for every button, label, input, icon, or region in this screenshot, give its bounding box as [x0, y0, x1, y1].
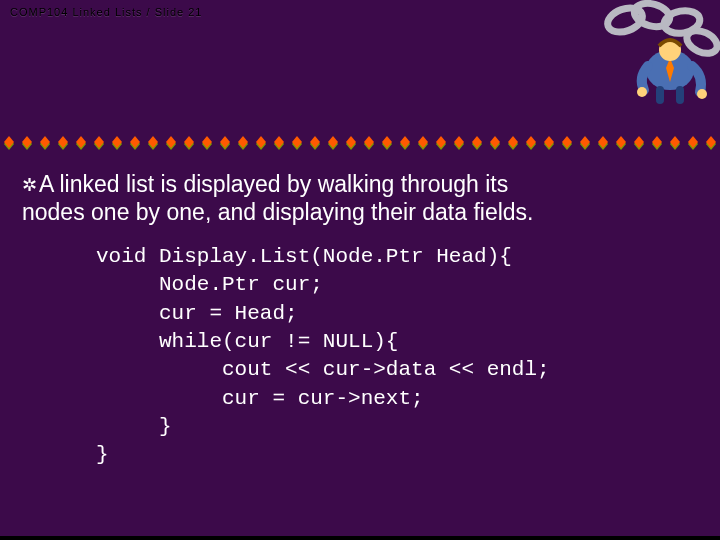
divider-diamond-icon: [418, 136, 428, 142]
body-line-2: nodes one by one, and displaying their d…: [22, 199, 533, 225]
divider-diamond-icon: [22, 136, 32, 142]
divider-diamond-icon: [238, 136, 248, 142]
code-line: cur = Head;: [96, 302, 298, 325]
body-line-1: A linked list is displayed by walking th…: [39, 171, 508, 197]
divider-diamond-icon: [184, 136, 194, 142]
divider-diamond-icon: [292, 136, 302, 142]
divider-diamond-icon: [346, 136, 356, 142]
svg-point-7: [637, 87, 647, 97]
divider-diamond-icon: [58, 136, 68, 142]
decorative-divider: [4, 130, 716, 150]
svg-rect-10: [676, 86, 684, 104]
divider-diamond-icon: [580, 136, 590, 142]
divider-diamond-icon: [94, 136, 104, 142]
svg-point-8: [697, 89, 707, 99]
divider-diamond-icon: [112, 136, 122, 142]
code-line: }: [96, 415, 172, 438]
divider-diamond-icon: [652, 136, 662, 142]
divider-diamond-icon: [310, 136, 320, 142]
code-block: void Display.List(Node.Ptr Head){ Node.P…: [96, 243, 550, 470]
divider-diamond-icon: [256, 136, 266, 142]
bullet-icon: ✲: [22, 175, 37, 195]
divider-diamond-icon: [4, 136, 14, 142]
divider-diamond-icon: [274, 136, 284, 142]
code-line: while(cur != NULL){: [96, 330, 398, 353]
code-line: cout << cur->data << endl;: [96, 358, 550, 381]
divider-diamond-icon: [670, 136, 680, 142]
slide: COMP104 Linked Lists / Slide 21: [0, 0, 720, 540]
divider-diamond-icon: [508, 136, 518, 142]
divider-diamond-icon: [148, 136, 158, 142]
body-paragraph: ✲A linked list is displayed by walking t…: [22, 170, 708, 226]
code-line: Node.Ptr cur;: [96, 273, 323, 296]
divider-diamond-icon: [328, 136, 338, 142]
code-line: cur = cur->next;: [96, 387, 424, 410]
divider-diamond-icon: [364, 136, 374, 142]
divider-diamond-icon: [634, 136, 644, 142]
divider-diamond-icon: [526, 136, 536, 142]
divider-diamond-icon: [544, 136, 554, 142]
divider-diamond-icon: [454, 136, 464, 142]
slide-header: COMP104 Linked Lists / Slide 21: [10, 6, 202, 18]
divider-diamond-icon: [76, 136, 86, 142]
divider-diamond-icon: [616, 136, 626, 142]
divider-diamond-icon: [472, 136, 482, 142]
divider-diamond-icon: [688, 136, 698, 142]
svg-rect-9: [656, 86, 664, 104]
divider-diamond-icon: [562, 136, 572, 142]
divider-diamond-icon: [400, 136, 410, 142]
divider-diamond-icon: [490, 136, 500, 142]
code-line: void Display.List(Node.Ptr Head){: [96, 245, 512, 268]
divider-diamond-icon: [382, 136, 392, 142]
divider-diamond-icon: [436, 136, 446, 142]
divider-diamond-icon: [202, 136, 212, 142]
divider-diamond-icon: [130, 136, 140, 142]
code-line: }: [96, 443, 109, 466]
divider-diamond-icon: [598, 136, 608, 142]
divider-diamond-icon: [40, 136, 50, 142]
divider-diamond-icon: [220, 136, 230, 142]
divider-diamond-icon: [166, 136, 176, 142]
divider-diamond-icon: [706, 136, 716, 142]
corner-illustration: [590, 0, 720, 105]
